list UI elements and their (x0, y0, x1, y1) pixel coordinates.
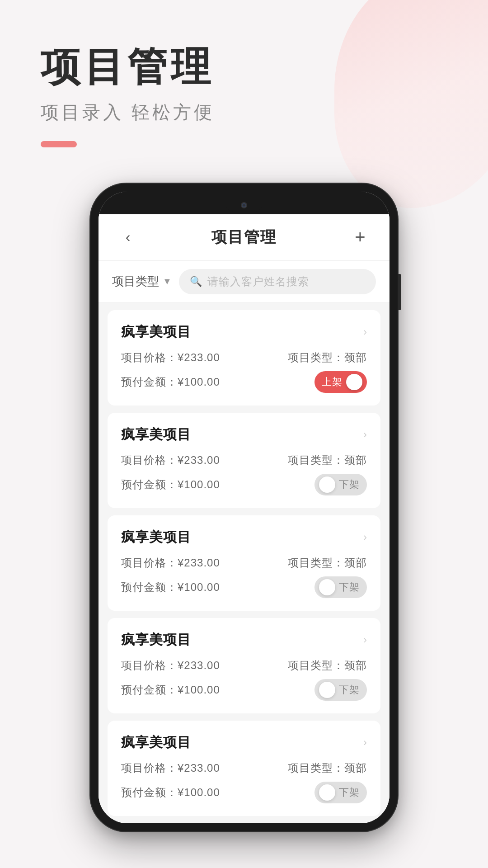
notch (226, 199, 262, 212)
card-bottom-row-2: 预付金额：¥100.00 下架 (121, 576, 367, 598)
toggle-off-label-4: 下架 (339, 786, 360, 799)
toggle-knob-0 (346, 374, 362, 390)
toggle-inactive-4[interactable]: 下架 (314, 782, 367, 803)
card-arrow-icon-1[interactable]: › (363, 428, 367, 441)
phone-frame: ‹ 项目管理 + 项目类型 ▼ 🔍 请输入客户姓名搜索 (90, 184, 398, 831)
card-price-2: 项目价格：¥233.00 (121, 556, 220, 570)
card-prepay-4: 预付金额：¥100.00 (121, 785, 220, 800)
card-prepay-0: 预付金额：¥100.00 (121, 375, 220, 389)
toggle-off-label-2: 下架 (339, 580, 360, 594)
search-placeholder: 请输入客户姓名搜索 (207, 274, 309, 289)
toggle-inactive-2[interactable]: 下架 (314, 576, 367, 598)
app-content: ‹ 项目管理 + 项目类型 ▼ 🔍 请输入客户姓名搜索 (99, 214, 389, 823)
card-price-3: 项目价格：¥233.00 (121, 658, 220, 673)
camera-dot (241, 202, 247, 208)
card-title-1: 疯享美项目 (121, 425, 191, 444)
card-prepay-2: 预付金额：¥100.00 (121, 580, 220, 594)
project-list: 疯享美项目 › 项目价格：¥233.00 项目类型：颈部 预付金额：¥100.0… (99, 310, 389, 823)
filter-type-label: 项目类型 (112, 274, 159, 289)
card-type-1: 项目类型：颈部 (288, 453, 367, 467)
card-title-3: 疯享美项目 (121, 631, 191, 649)
project-card-2: 疯享美项目 › 项目价格：¥233.00 项目类型：颈部 预付金额：¥100.0… (108, 515, 380, 611)
page-title: 项目管理 (41, 45, 488, 89)
app-title: 项目管理 (211, 227, 277, 248)
card-title-2: 疯享美项目 (121, 528, 191, 547)
toggle-off-label-3: 下架 (339, 683, 360, 697)
card-type-2: 项目类型：颈部 (288, 556, 367, 570)
card-bottom-row-3: 预付金额：¥100.00 下架 (121, 679, 367, 701)
toggle-inactive-3[interactable]: 下架 (314, 679, 367, 701)
filter-arrow-icon: ▼ (163, 276, 172, 287)
project-card-4: 疯享美项目 › 项目价格：¥233.00 项目类型：颈部 预付金额：¥100.0… (108, 721, 380, 816)
toggle-inactive-1[interactable]: 下架 (314, 474, 367, 495)
card-price-row-4: 项目价格：¥233.00 项目类型：颈部 (121, 761, 367, 775)
filter-bar: 项目类型 ▼ 🔍 请输入客户姓名搜索 (99, 261, 389, 303)
back-button[interactable]: ‹ (117, 229, 139, 245)
card-prepay-3: 预付金额：¥100.00 (121, 683, 220, 697)
search-box[interactable]: 🔍 请输入客户姓名搜索 (179, 269, 376, 294)
card-arrow-icon-0[interactable]: › (363, 326, 367, 338)
phone-screen: ‹ 项目管理 + 项目类型 ▼ 🔍 请输入客户姓名搜索 (99, 192, 389, 823)
card-bottom-row-4: 预付金额：¥100.00 下架 (121, 782, 367, 803)
notch-area (99, 192, 389, 214)
toggle-knob-2 (319, 579, 335, 595)
toggle-active-0[interactable]: 上架 (314, 371, 367, 393)
card-title-row-3: 疯享美项目 › (121, 631, 367, 649)
card-title-row-2: 疯享美项目 › (121, 528, 367, 547)
card-title-row-4: 疯享美项目 › (121, 733, 367, 752)
card-type-0: 项目类型：颈部 (288, 350, 367, 365)
header-area: 项目管理 项目录入 轻松方便 (0, 0, 488, 175)
filter-type-dropdown[interactable]: 项目类型 ▼ (112, 274, 172, 289)
toggle-on-label-0: 上架 (322, 375, 343, 389)
toggle-knob-1 (319, 476, 335, 493)
card-price-4: 项目价格：¥233.00 (121, 761, 220, 775)
card-arrow-icon-3[interactable]: › (363, 633, 367, 646)
project-card-3: 疯享美项目 › 项目价格：¥233.00 项目类型：颈部 预付金额：¥100.0… (108, 618, 380, 713)
toggle-knob-4 (319, 784, 335, 801)
card-arrow-icon-2[interactable]: › (363, 531, 367, 543)
card-price-0: 项目价格：¥233.00 (121, 350, 220, 365)
page-subtitle: 项目录入 轻松方便 (41, 100, 488, 125)
card-type-4: 项目类型：颈部 (288, 761, 367, 775)
card-title-0: 疯享美项目 (121, 323, 191, 341)
card-price-row-1: 项目价格：¥233.00 项目类型：颈部 (121, 453, 367, 467)
card-price-row-0: 项目价格：¥233.00 项目类型：颈部 (121, 350, 367, 365)
app-header: ‹ 项目管理 + (99, 214, 389, 261)
card-title-4: 疯享美项目 (121, 733, 191, 752)
toggle-off-label-1: 下架 (339, 478, 360, 491)
accent-bar (41, 141, 77, 147)
card-arrow-icon-4[interactable]: › (363, 736, 367, 749)
card-price-row-3: 项目价格：¥233.00 项目类型：颈部 (121, 658, 367, 673)
project-card-0: 疯享美项目 › 项目价格：¥233.00 项目类型：颈部 预付金额：¥100.0… (108, 310, 380, 406)
card-title-row-1: 疯享美项目 › (121, 425, 367, 444)
card-bottom-row-0: 预付金额：¥100.00 上架 (121, 371, 367, 393)
card-prepay-1: 预付金额：¥100.00 (121, 477, 220, 492)
toggle-knob-3 (319, 682, 335, 698)
search-icon: 🔍 (190, 276, 202, 288)
project-card-1: 疯享美项目 › 项目价格：¥233.00 项目类型：颈部 预付金额：¥100.0… (108, 413, 380, 508)
card-title-row-0: 疯享美项目 › (121, 323, 367, 341)
card-bottom-row-1: 预付金额：¥100.00 下架 (121, 474, 367, 495)
phone-container: ‹ 项目管理 + 项目类型 ▼ 🔍 请输入客户姓名搜索 (0, 184, 488, 859)
add-button[interactable]: + (349, 227, 371, 247)
card-price-1: 项目价格：¥233.00 (121, 453, 220, 467)
card-price-row-2: 项目价格：¥233.00 项目类型：颈部 (121, 556, 367, 570)
card-type-3: 项目类型：颈部 (288, 658, 367, 673)
